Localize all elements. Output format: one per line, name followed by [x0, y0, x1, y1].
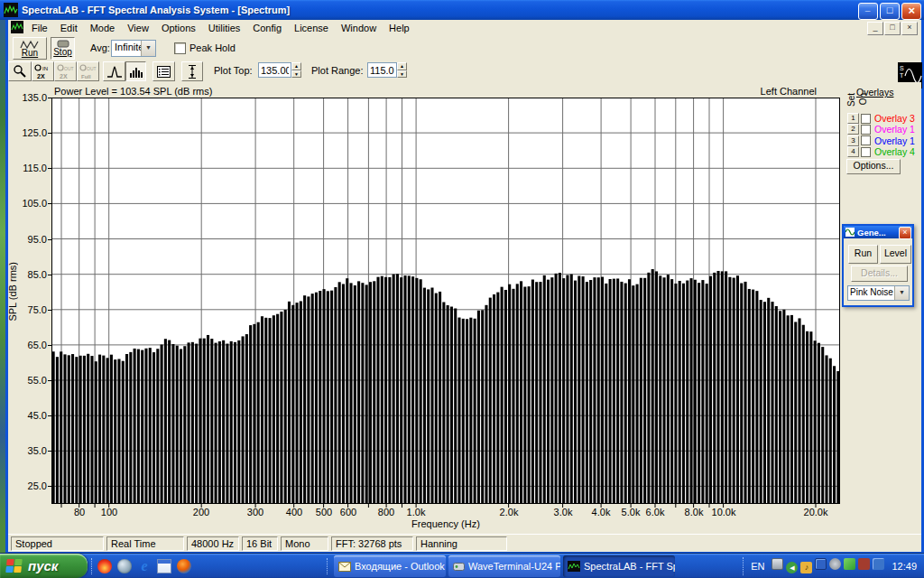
menu-item-mode[interactable]: Mode [84, 22, 122, 34]
peak-curve-button[interactable] [103, 61, 125, 81]
menu-bar: FileEditModeViewOptionsUtilitiesConfigLi… [8, 20, 921, 36]
overlay-label: Overlay 3 [874, 113, 915, 124]
bar-display-button[interactable] [125, 61, 146, 81]
generator-close-button[interactable]: × [899, 227, 911, 239]
y-axis-tick [48, 415, 51, 416]
menu-item-help[interactable]: Help [383, 22, 416, 34]
tray-separator [743, 557, 745, 575]
restore-button[interactable] [880, 3, 900, 20]
msn-icon[interactable] [844, 558, 855, 570]
start-button[interactable]: пуск [0, 554, 88, 578]
network-icon[interactable] [873, 558, 884, 570]
chevron-down-icon[interactable]: ▼ [894, 286, 909, 300]
plot-toolbar: IN 2X OUT 2X OUT Full [8, 61, 921, 83]
menu-item-utilities[interactable]: Utilities [202, 22, 246, 34]
y-axis-label: 85.0 [18, 269, 47, 280]
overlay-row: 4Overlay 4 [847, 146, 915, 157]
overlay-set-button-2[interactable]: 2 [847, 124, 859, 135]
zoom-out-2x-button[interactable]: OUT 2X [54, 61, 77, 81]
generator-details-button[interactable]: Details... [851, 266, 908, 282]
y-axis-tick [48, 486, 51, 487]
overlay-on-checkbox-3[interactable] [861, 135, 871, 145]
y-axis-label: 35.0 [18, 445, 47, 456]
y-axis-label: 75.0 [18, 304, 47, 315]
language-indicator[interactable]: EN [751, 561, 764, 572]
safely-remove-icon[interactable] [786, 562, 798, 573]
y-axis-label: 95.0 [18, 234, 47, 245]
svg-text:IN: IN [42, 66, 48, 71]
taskbar-task-1[interactable]: Входящие - Outlook ... [334, 555, 446, 577]
plot-top-input[interactable] [258, 62, 291, 78]
y-axis-tick [48, 98, 51, 98]
clock[interactable]: 12:49 [892, 561, 917, 572]
plot-top-stepper[interactable]: ▲▼ [291, 62, 301, 78]
menu-item-options[interactable]: Options [155, 22, 202, 34]
overlay-on-checkbox-4[interactable] [861, 147, 871, 157]
peak-hold-checkbox[interactable] [174, 42, 186, 54]
plot-top-label: Plot Top: [214, 65, 253, 76]
menu-item-view[interactable]: View [121, 22, 155, 34]
display-icon[interactable] [815, 558, 827, 570]
generator-level-button[interactable]: Level [880, 245, 911, 264]
generator-titlebar[interactable]: Gene... × [844, 226, 912, 238]
usb-plug-icon[interactable] [772, 558, 783, 570]
menu-item-license[interactable]: License [288, 22, 335, 34]
status-panel: 48000 Hz [187, 536, 239, 551]
status-panel: FFT: 32768 pts [331, 536, 413, 551]
globe-icon[interactable] [117, 559, 132, 573]
ie-window-icon[interactable] [157, 559, 171, 573]
vertical-range-button[interactable] [181, 61, 203, 81]
minimize-button[interactable] [858, 3, 878, 20]
generator-signal-select[interactable]: Pink Noise ▼ [847, 285, 910, 301]
task-label: SpectraLAB - FFT Spe... [584, 561, 675, 572]
overlay-on-checkbox-2[interactable] [861, 125, 871, 135]
run-button[interactable]: Run [13, 37, 47, 60]
y-axis-tick [48, 203, 51, 204]
zoom-out-full-button[interactable]: OUT Full [77, 61, 99, 81]
display-options-button[interactable] [152, 61, 175, 81]
chevron-down-icon[interactable]: ▼ [141, 41, 155, 56]
zoom-button[interactable] [8, 61, 32, 81]
task-label: WaveTerminal-U24 P... [468, 561, 560, 572]
generator-title: Gene... [857, 228, 886, 238]
menu-item-file[interactable]: File [25, 22, 54, 34]
start-label: пуск [28, 558, 58, 573]
close-button[interactable] [901, 3, 921, 20]
overlays-on-column-label: On [858, 93, 868, 105]
menu-item-edit[interactable]: Edit [54, 22, 84, 34]
zoom-in-2x-button[interactable]: IN 2X [32, 61, 54, 81]
device-icon[interactable] [858, 558, 870, 570]
stop-button[interactable]: Stop [51, 37, 75, 60]
generator-run-button[interactable]: Run [848, 245, 878, 264]
media-player-icon[interactable] [177, 559, 191, 573]
x-axis-title: Frequency (Hz) [51, 518, 840, 529]
spectralab-app-icon [4, 3, 18, 19]
taskbar-task-2[interactable]: WaveTerminal-U24 P... [448, 555, 560, 577]
menu-item-config[interactable]: Config [246, 22, 288, 34]
plot-range-stepper[interactable]: ▲▼ [397, 62, 407, 78]
y-axis-label: 45.0 [18, 410, 47, 421]
mdi-minimize-button[interactable]: _ [867, 22, 883, 35]
plot-range-input[interactable] [367, 62, 397, 78]
ie-icon[interactable] [137, 559, 152, 573]
overlay-set-button-4[interactable]: 4 [847, 146, 859, 157]
avg-select[interactable]: Infinite ▼ [111, 40, 156, 57]
spectrum-plot[interactable] [51, 98, 840, 509]
y-axis-tick [48, 275, 51, 275]
overlays-options-button[interactable]: Options... [846, 159, 901, 174]
scheduler-icon[interactable] [829, 558, 841, 570]
taskbar-separator [327, 558, 329, 574]
overlay-set-button-1[interactable]: 1 [847, 113, 859, 124]
mdi-close-button[interactable]: × [901, 22, 918, 35]
menu-item-window[interactable]: Window [335, 22, 383, 34]
overlay-on-checkbox-1[interactable] [861, 114, 871, 124]
mdi-restore-button[interactable]: □ [884, 22, 901, 35]
x-axis-label: 20.0k [793, 507, 838, 517]
volume-icon[interactable] [800, 562, 812, 573]
avg-label: Avg: [90, 42, 110, 53]
fire-icon[interactable] [97, 559, 112, 573]
taskbar-task-3[interactable]: SpectraLAB - FFT Spe... [563, 555, 675, 577]
overlay-set-button-3[interactable]: 3 [847, 135, 859, 146]
peak-hold-label: Peak Hold [189, 42, 236, 53]
usb-device-icon [453, 562, 465, 572]
